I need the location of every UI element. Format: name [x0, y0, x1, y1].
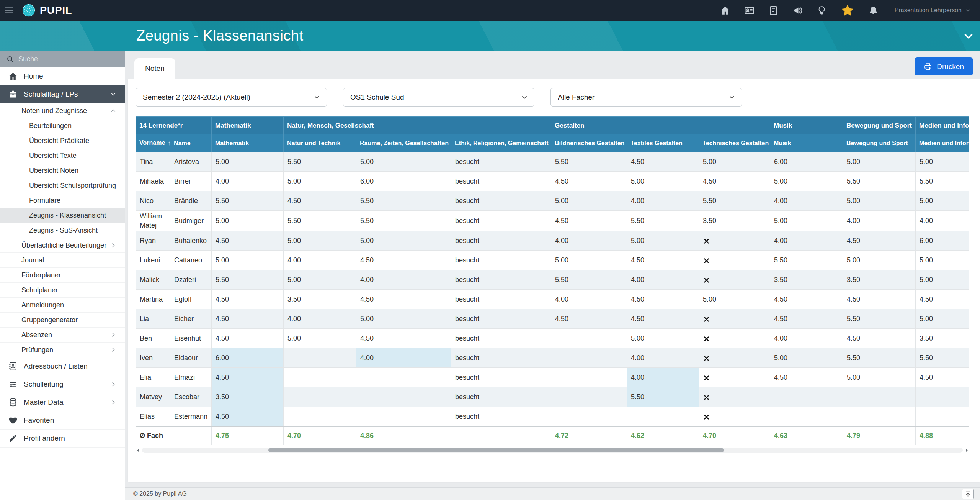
sidebar-item-zeugnis-sus-ansicht[interactable]: Zeugnis - SuS-Ansicht [0, 223, 125, 238]
menu-icon[interactable] [4, 5, 15, 16]
pencil-icon [8, 434, 18, 443]
grade-cell: 5.00 [770, 172, 843, 191]
grade-cell: 4.00 [212, 172, 284, 191]
sidebar-item-prufungen[interactable]: Prüfungen [0, 343, 125, 357]
group-header-mathematik: Mathematik [212, 117, 284, 134]
search-input[interactable] [18, 55, 119, 63]
grade-cell: 4.50 [843, 329, 916, 348]
average-cell: 4.62 [627, 426, 699, 445]
content-card: Semester 2 (2024-2025) (Aktuell)OS1 Schu… [128, 79, 980, 482]
grade-cell: 3.50 [212, 387, 284, 407]
grade-cell: 3.50 [843, 270, 916, 290]
sidebar-item-home[interactable]: Home [0, 67, 125, 85]
tab-noten[interactable]: Noten [134, 58, 175, 79]
scroll-right-icon[interactable] [964, 448, 969, 453]
main-area: Noten Drucken Semester 2 (2024-2025) (Ak… [125, 51, 980, 500]
sort-control[interactable] [168, 140, 170, 147]
content: HomeSchulalltag / LPsNoten und Zeugnisse… [0, 51, 980, 500]
sidebar-item-ubersicht-texte[interactable]: Übersicht Texte [0, 148, 125, 163]
name-cell: Elmazi [170, 368, 212, 387]
megaphone-icon [792, 5, 803, 16]
sidebar-item-ubersicht-schulsportprufung[interactable]: Übersicht Schulsportprüfung [0, 178, 125, 193]
sidebar-item-adressbuch-listen[interactable]: Adressbuch / Listen [0, 357, 125, 375]
sidebar-item-label: Beurteilungen [29, 122, 116, 130]
scrollbar-track[interactable] [142, 448, 963, 453]
grade-cell: 5.00 [284, 231, 356, 251]
briefcase-icon [8, 90, 18, 99]
catalog-icon [768, 5, 779, 16]
app-logo[interactable]: PUPIL [21, 3, 72, 18]
scrollbar-thumb[interactable] [268, 448, 724, 452]
sidebar-item-beurteilungen[interactable]: Beurteilungen [0, 118, 125, 133]
grade-cell: 5.50 [627, 211, 699, 231]
sidebar-item-forderplaner[interactable]: Förderplaner [0, 268, 125, 283]
sidebar-item-journal[interactable]: Journal [0, 253, 125, 268]
chevron-right-icon [110, 347, 116, 353]
collapse-banner-button[interactable] [962, 30, 975, 42]
print-button[interactable]: Drucken [915, 57, 973, 75]
sidebar-item-formulare[interactable]: Formulare [0, 193, 125, 208]
sidebar-item-zeugnis-klassenansicht[interactable]: Zeugnis - Klassenansicht [0, 208, 125, 223]
bell-button[interactable] [868, 5, 879, 16]
sidebar-item-label: Schulleitung [24, 380, 107, 389]
grade-cell [699, 270, 770, 290]
grade-cell: 6.00 [770, 152, 843, 172]
sidebar-item-schulalltag-lps[interactable]: Schulalltag / LPs [0, 85, 125, 103]
sidebar-item-noten-und-zeugnisse[interactable]: Noten und Zeugnisse [0, 103, 125, 118]
filter-select-2[interactable]: Alle Fächer [550, 88, 742, 107]
column-header-bewegung-und-sport: Bewegung und Sport [843, 134, 916, 152]
student-row-elias-estermann: EliasEstermann4.50besucht [136, 407, 970, 426]
grade-cell: 5.50 [843, 309, 916, 329]
sidebar-item-favoriten[interactable]: Favoriten [0, 411, 125, 430]
grade-cell [356, 368, 451, 387]
grade-cell: 5.00 [627, 231, 699, 251]
catalog-button[interactable] [768, 5, 779, 16]
grade-cell: 5.50 [627, 387, 699, 407]
filter-select-0[interactable]: Semester 2 (2024-2025) (Aktuell) [136, 88, 327, 107]
horizontal-scrollbar[interactable] [136, 447, 969, 454]
user-menu[interactable]: Präsentation Lehrperson [895, 7, 971, 14]
sidebar-item-profil-andern[interactable]: Profil ändern [0, 430, 125, 448]
column-header-raume-zeiten-gesellschaften: Räume, Zeiten, Gesellschaften [356, 134, 451, 152]
not-graded-icon [703, 335, 710, 343]
grade-cell: 4.50 [212, 329, 284, 348]
column-header-vorname[interactable]: Vorname [136, 134, 170, 152]
grade-cell: 5.00 [284, 270, 356, 290]
sidebar-item-ubersicht-noten[interactable]: Übersicht Noten [0, 163, 125, 178]
megaphone-button[interactable] [792, 5, 803, 16]
scroll-left-icon[interactable] [136, 448, 140, 453]
not-graded-icon [703, 413, 710, 421]
grade-cell: 4.50 [356, 329, 451, 348]
grade-cell: 5.50 [551, 152, 627, 172]
scroll-to-top-button[interactable] [962, 489, 974, 499]
vorname-cell: Nico [136, 191, 170, 211]
address-card-button[interactable] [744, 5, 755, 16]
grade-cell [551, 329, 627, 348]
grade-cell: 4.50 [699, 172, 770, 191]
sidebar-item-ubersicht-pradikate[interactable]: Übersicht Prädikate [0, 133, 125, 148]
star-button[interactable] [841, 3, 854, 17]
sidebar-item-schulplaner[interactable]: Schulplaner [0, 283, 125, 298]
sidebar-item-anmeldungen[interactable]: Anmeldungen [0, 298, 125, 313]
sidebar-item-label: Gruppengenerator [21, 316, 116, 324]
sidebar-item-label: Absenzen [21, 331, 107, 339]
sidebar-item-label: Anmeldungen [21, 301, 116, 309]
column-header-label: Vorname [139, 139, 165, 146]
not-graded-icon [703, 394, 710, 401]
name-cell: Escobar [170, 387, 212, 407]
grade-cell [284, 407, 356, 426]
sidebar-item-uberfachliche-beurteilungen[interactable]: Überfachliche Beurteilungen [0, 238, 125, 253]
grade-cell: 4.50 [212, 407, 284, 426]
grade-cell: 5.00 [551, 251, 627, 270]
grade-cell: 4.50 [916, 368, 969, 387]
filter-select-1[interactable]: OS1 Schule Süd [343, 88, 534, 107]
lightbulb-button[interactable] [817, 5, 827, 16]
sidebar-item-absenzen[interactable]: Absenzen [0, 328, 125, 343]
sidebar-item-master-data[interactable]: Master Data [0, 393, 125, 411]
logo-icon [21, 3, 36, 18]
home-button[interactable] [720, 5, 730, 16]
sidebar-item-schulleitung[interactable]: Schulleitung [0, 375, 125, 393]
sidebar-item-gruppengenerator[interactable]: Gruppengenerator [0, 313, 125, 328]
column-header-bildnerisches-gestalten: Bildnerisches Gestalten [551, 134, 627, 152]
column-header-name: Name [170, 134, 212, 152]
